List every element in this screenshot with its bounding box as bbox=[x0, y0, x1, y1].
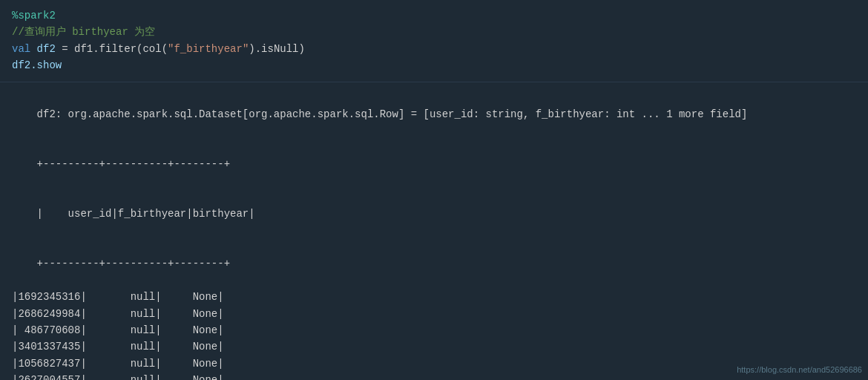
table-separator-top: +---------+----------+--------+ bbox=[12, 140, 856, 189]
schema-line: df2: org.apache.spark.sql.Dataset[org.ap… bbox=[12, 90, 856, 140]
watermark: https://blog.csdn.net/and52696686 bbox=[737, 365, 862, 374]
table-row: |2686249984| null| None| bbox=[12, 306, 856, 322]
code-block: %spark2 //查询用户 birthyear 为空 val df2 = df… bbox=[0, 0, 868, 82]
code-line1: val df2 = df1.filter(col("f_birthyear").… bbox=[12, 41, 856, 57]
table-row: |2627004557| null| None| bbox=[12, 372, 856, 380]
table-header: | user_id|f_birthyear|birthyear| bbox=[12, 189, 856, 239]
table-row: | 486770608| null| None| bbox=[12, 322, 856, 338]
table-rows-container: |1692345316| null| None||2686249984| nul… bbox=[12, 289, 856, 380]
table-separator-header: +---------+----------+--------+ bbox=[12, 239, 856, 289]
output-block: df2: org.apache.spark.sql.Dataset[org.ap… bbox=[0, 82, 868, 380]
var-df2: df2 bbox=[30, 43, 62, 55]
string-birthyear: "f_birthyear" bbox=[168, 43, 249, 55]
keyword-val: val bbox=[12, 43, 30, 55]
filter-call: df1.filter(col( bbox=[68, 43, 168, 55]
comment-line: //查询用户 birthyear 为空 bbox=[12, 24, 856, 40]
comment-text: //查询用户 birthyear 为空 bbox=[12, 26, 155, 38]
table-row: |1692345316| null| None| bbox=[12, 289, 856, 305]
table-row: |1056827437| null| None| bbox=[12, 356, 856, 372]
isnull-call: ).isNull) bbox=[249, 43, 305, 55]
df2-show: df2.show bbox=[12, 59, 62, 71]
magic-line: %spark2 bbox=[12, 7, 856, 24]
spark-magic: %spark2 bbox=[12, 10, 56, 22]
eq-sign: = bbox=[62, 43, 68, 55]
code-line2: df2.show bbox=[12, 57, 856, 73]
table-row: |3401337435| null| None| bbox=[12, 338, 856, 355]
